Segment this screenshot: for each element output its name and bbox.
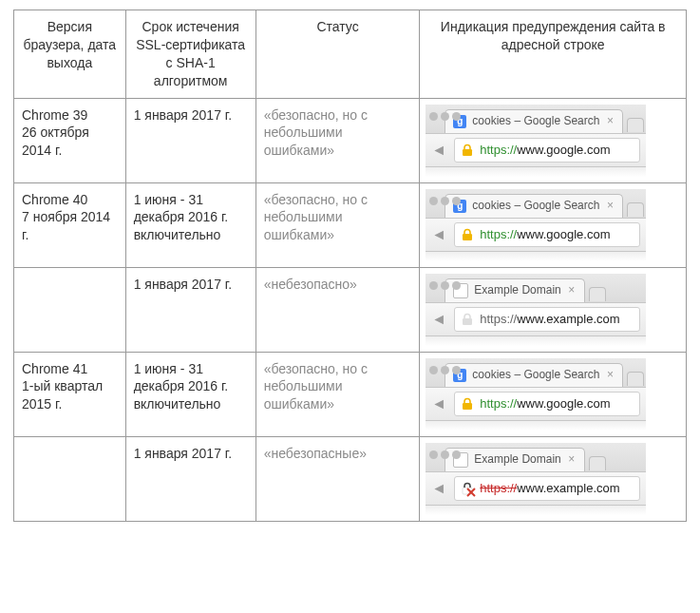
url-scheme: https:// xyxy=(480,396,517,411)
table-row: Chrome 39 26 октября 2014 г. 1 января 20… xyxy=(14,98,687,182)
cell-indication: Example Domain × ◄ https://www.example.c… xyxy=(420,267,687,352)
cell-expiry: 1 июня - 31 декабря 2016 г. включительно xyxy=(125,182,255,267)
table-row: Chrome 41 1-ый квартал 2015 г. 1 июня - … xyxy=(14,352,687,436)
url-host: www.example.com xyxy=(517,481,619,495)
url-text: https://www.google.com xyxy=(480,142,610,159)
cell-version xyxy=(14,267,126,352)
new-tab-button[interactable] xyxy=(627,118,644,132)
toolbar-shadow xyxy=(426,252,646,261)
url-text: https://www.google.com xyxy=(480,395,610,412)
browser-tabbar: g cookies – Google Search × xyxy=(426,105,646,134)
toolbar-shadow xyxy=(426,167,646,177)
cell-version: Chrome 41 1-ый квартал 2015 г. xyxy=(14,352,126,436)
browser-version: Chrome 39 xyxy=(22,107,87,123)
page-icon xyxy=(461,313,474,326)
toolbar-shadow xyxy=(426,336,646,346)
url-text: https://www.google.com xyxy=(480,226,610,243)
table-row: 1 января 2017 г. «небезопасно» Example D… xyxy=(14,267,687,352)
browser-tabbar: Example Domain × xyxy=(426,443,646,472)
col-header-version: Версия браузера, дата выхода xyxy=(14,10,126,99)
browser-tab[interactable]: g cookies – Google Search × xyxy=(445,194,623,218)
url-text: https://www.example.com xyxy=(480,311,619,328)
browser-tabbar: g cookies – Google Search × xyxy=(426,189,646,219)
url-host: www.google.com xyxy=(517,143,610,157)
window-controls-icon xyxy=(429,197,461,205)
url-scheme: https:// xyxy=(480,227,517,241)
tab-close-icon[interactable]: × xyxy=(605,113,615,128)
new-tab-button[interactable] xyxy=(589,456,606,470)
new-tab-button[interactable] xyxy=(627,202,644,217)
browser-toolbar: ◄ https://www.google.com xyxy=(426,219,646,252)
cell-expiry: 1 января 2017 г. xyxy=(125,436,255,521)
cell-status: «безопасно, но с небольшими ошибками» xyxy=(255,182,420,267)
release-date: 26 октября 2014 г. xyxy=(22,125,89,158)
window-controls-icon xyxy=(429,450,461,459)
cell-version: Chrome 40 7 ноября 2014 г. xyxy=(14,182,126,267)
browser-tab[interactable]: Example Domain × xyxy=(445,448,584,471)
tab-title: cookies – Google Search xyxy=(472,113,599,128)
address-bar[interactable]: https://www.google.com xyxy=(454,138,640,163)
tab-title: Example Domain xyxy=(474,451,560,467)
browser-tab[interactable]: g cookies – Google Search × xyxy=(445,109,623,133)
browser-tab[interactable]: g cookies – Google Search × xyxy=(445,363,623,387)
browser-window: g cookies – Google Search × ◄ https://ww… xyxy=(426,189,646,265)
col-header-status: Статус xyxy=(255,10,420,99)
url-scheme: https:// xyxy=(480,143,517,157)
url-scheme: https:// xyxy=(480,312,517,326)
address-bar[interactable]: https://www.example.com xyxy=(454,476,640,501)
cell-status: «безопасно, но с небольшими ошибками» xyxy=(255,98,420,182)
browser-version: Chrome 40 xyxy=(22,192,87,207)
nav-back-icon[interactable]: ◄ xyxy=(431,393,446,414)
address-bar[interactable]: https://www.example.com xyxy=(454,307,640,332)
browser-toolbar: ◄ https://www.google.com xyxy=(426,134,646,167)
col-header-expiry: Срок истечения SSL-сертификата с SHA-1 а… xyxy=(125,10,255,99)
window-controls-icon xyxy=(429,366,461,374)
tab-title: cookies – Google Search xyxy=(472,198,599,213)
url-host: www.google.com xyxy=(517,396,610,411)
release-date: 1-ый квартал 2015 г. xyxy=(22,378,103,412)
nav-back-icon[interactable]: ◄ xyxy=(431,140,446,161)
cell-indication: g cookies – Google Search × ◄ https://ww… xyxy=(420,98,687,182)
address-bar[interactable]: https://www.google.com xyxy=(454,222,640,247)
tab-close-icon[interactable]: × xyxy=(567,451,577,467)
window-controls-icon xyxy=(429,112,461,121)
browser-version: Chrome 41 xyxy=(22,361,87,376)
tab-title: cookies – Google Search xyxy=(472,367,599,382)
new-tab-button[interactable] xyxy=(627,372,644,386)
toolbar-shadow xyxy=(426,506,646,515)
url-text: https://www.example.com xyxy=(480,480,619,497)
nav-back-icon[interactable]: ◄ xyxy=(431,224,446,245)
cell-expiry: 1 января 2017 г. xyxy=(125,267,255,352)
cell-status: «небезопасные» xyxy=(255,436,420,521)
browser-window: g cookies – Google Search × ◄ https://ww… xyxy=(426,358,646,434)
nav-back-icon[interactable]: ◄ xyxy=(431,478,446,499)
tab-close-icon[interactable]: × xyxy=(605,367,615,382)
new-tab-button[interactable] xyxy=(589,287,606,301)
browser-toolbar: ◄ https://www.example.com xyxy=(426,303,646,336)
address-bar[interactable]: https://www.google.com xyxy=(454,392,640,416)
lock-caution-icon xyxy=(461,397,474,411)
cell-indication: Example Domain × ◄ https://www.example.c… xyxy=(420,436,687,521)
col-header-indication: Индикация предупреждения сайта в адресно… xyxy=(420,10,687,99)
tab-close-icon[interactable]: × xyxy=(605,198,615,213)
cell-version xyxy=(14,436,126,521)
nav-back-icon[interactable]: ◄ xyxy=(431,309,446,330)
browser-window: Example Domain × ◄ https://www.example.c… xyxy=(426,274,646,350)
table-row: Chrome 40 7 ноября 2014 г. 1 июня - 31 д… xyxy=(14,182,687,267)
tab-close-icon[interactable]: × xyxy=(567,282,577,297)
browser-toolbar: ◄ https://www.example.com xyxy=(426,472,646,506)
browser-toolbar: ◄ https://www.google.com xyxy=(426,388,646,421)
lock-warning-icon xyxy=(461,482,474,495)
browser-tabbar: Example Domain × xyxy=(426,274,646,303)
url-scheme: https:// xyxy=(480,481,517,495)
browser-window: g cookies – Google Search × ◄ https://ww… xyxy=(426,105,646,181)
cell-status: «небезопасно» xyxy=(255,267,420,352)
cell-indication: g cookies – Google Search × ◄ https://ww… xyxy=(420,352,687,436)
browser-tab[interactable]: Example Domain × xyxy=(445,278,584,302)
lock-caution-icon xyxy=(461,228,474,241)
tab-title: Example Domain xyxy=(474,282,560,297)
toolbar-shadow xyxy=(426,421,646,431)
cell-version: Chrome 39 26 октября 2014 г. xyxy=(14,98,126,182)
cell-status: «безопасно, но с небольшими ошибками» xyxy=(255,352,420,436)
release-date: 7 ноября 2014 г. xyxy=(22,209,110,242)
